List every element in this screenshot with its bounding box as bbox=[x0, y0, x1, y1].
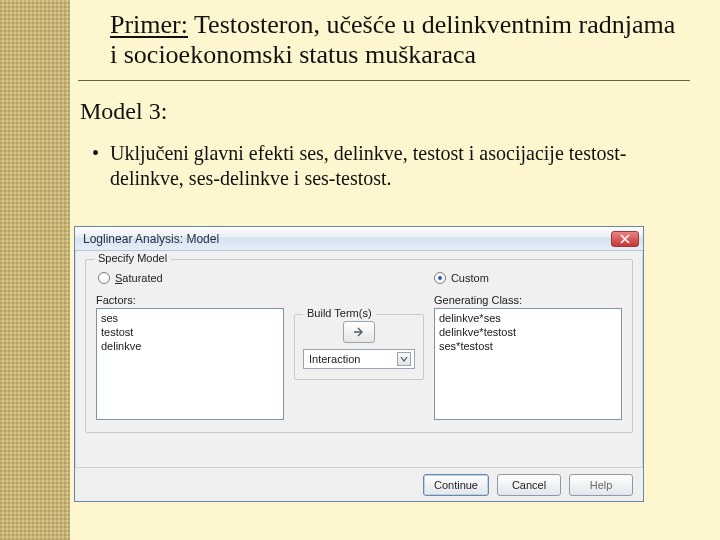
list-item[interactable]: testost bbox=[101, 325, 279, 339]
dialog-titlebar[interactable]: Loglinear Analysis: Model bbox=[75, 227, 643, 251]
build-terms-group: Build Term(s) Interaction bbox=[294, 314, 424, 380]
transfer-right-button[interactable] bbox=[343, 321, 375, 343]
specify-model-legend: Specify Model bbox=[94, 252, 171, 264]
radio-saturated[interactable]: Saturated bbox=[98, 272, 163, 284]
arrow-right-icon bbox=[353, 327, 365, 337]
help-button[interactable]: Help bbox=[569, 474, 633, 496]
specify-model-group: Specify Model Saturated Custom Factors: bbox=[85, 259, 633, 433]
slide-divider bbox=[78, 80, 690, 81]
dialog-title: Loglinear Analysis: Model bbox=[83, 232, 219, 246]
factors-label: Factors: bbox=[96, 294, 284, 306]
term-type-value: Interaction bbox=[309, 353, 360, 365]
factors-listbox[interactable]: ses testost delinkve bbox=[96, 308, 284, 420]
list-item[interactable]: delinkve*ses bbox=[439, 311, 617, 325]
generating-class-listbox[interactable]: delinkve*ses delinkve*testost ses*testos… bbox=[434, 308, 622, 420]
slide-subheading: Model 3: bbox=[80, 98, 720, 125]
close-icon bbox=[620, 234, 630, 244]
dialog-footer: Continue Cancel Help bbox=[75, 467, 643, 501]
slide-title-key: Primer: bbox=[110, 10, 188, 39]
radio-custom[interactable]: Custom bbox=[434, 272, 489, 284]
generating-class-label: Generating Class: bbox=[434, 294, 622, 306]
slide-title: Primer: Testosteron, učešće u delinkvent… bbox=[110, 10, 680, 70]
slide-bullet: Uključeni glavni efekti ses, delinkve, t… bbox=[110, 141, 670, 191]
slide-title-rest: Testosteron, učešće u delinkventnim radn… bbox=[110, 10, 675, 69]
radio-dot-icon bbox=[98, 272, 110, 284]
list-item[interactable]: ses*testost bbox=[439, 339, 617, 353]
build-terms-legend: Build Term(s) bbox=[303, 307, 376, 319]
list-item[interactable]: delinkve bbox=[101, 339, 279, 353]
radio-custom-label: Custom bbox=[451, 272, 489, 284]
radio-dot-icon bbox=[434, 272, 446, 284]
continue-button[interactable]: Continue bbox=[423, 474, 489, 496]
cancel-button[interactable]: Cancel bbox=[497, 474, 561, 496]
close-button[interactable] bbox=[611, 231, 639, 247]
chevron-down-icon bbox=[397, 352, 411, 366]
loglinear-model-dialog: Loglinear Analysis: Model Specify Model … bbox=[74, 226, 644, 502]
list-item[interactable]: delinkve*testost bbox=[439, 325, 617, 339]
list-item[interactable]: ses bbox=[101, 311, 279, 325]
radio-saturated-label: Saturated bbox=[115, 272, 163, 284]
term-type-select[interactable]: Interaction bbox=[303, 349, 415, 369]
